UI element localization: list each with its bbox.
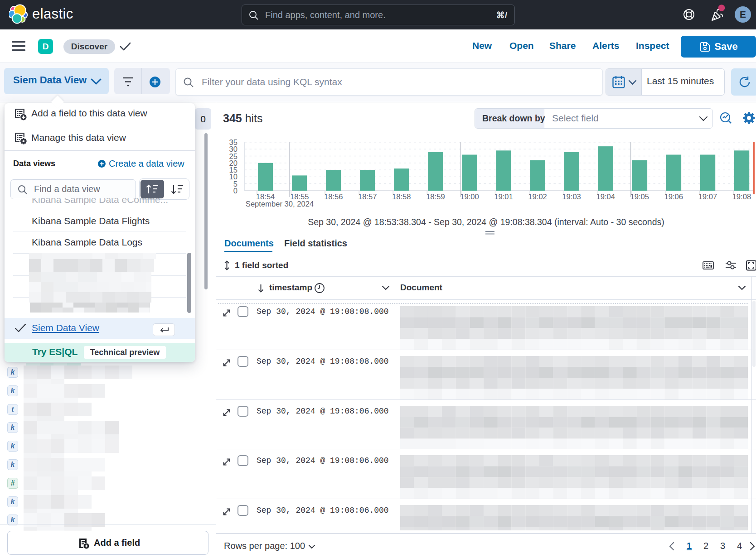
- svg-text:19:03: 19:03: [562, 192, 581, 201]
- svg-text:19:08: 19:08: [732, 192, 751, 201]
- svg-text:19:02: 19:02: [528, 192, 547, 201]
- svg-text:18:56: 18:56: [324, 192, 343, 201]
- svg-text:19:05: 19:05: [630, 192, 649, 201]
- svg-text:September 30, 2024: September 30, 2024: [246, 200, 314, 208]
- svg-text:18:58: 18:58: [392, 192, 411, 201]
- svg-text:35: 35: [229, 138, 237, 147]
- svg-text:18:59: 18:59: [426, 192, 445, 201]
- svg-text:18:57: 18:57: [358, 192, 377, 201]
- svg-text:19:00: 19:00: [460, 192, 479, 201]
- svg-text:19:07: 19:07: [698, 192, 717, 201]
- svg-text:19:01: 19:01: [494, 192, 513, 201]
- svg-text:19:04: 19:04: [596, 192, 615, 201]
- svg-text:19:06: 19:06: [664, 192, 683, 201]
